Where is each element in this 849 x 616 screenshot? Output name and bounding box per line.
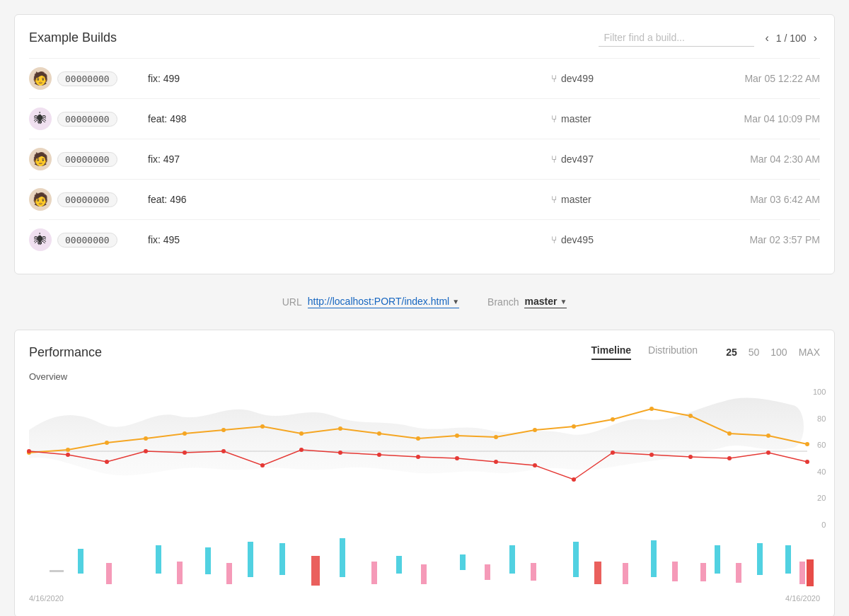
svg-point-9 [338, 426, 342, 431]
builds-card: Example Builds ‹ 1 / 100 › 🧑 00000000 fi… [14, 14, 835, 274]
chart-overview-label: Overview [29, 371, 820, 382]
svg-point-7 [260, 424, 265, 429]
avatar-emoji: 🧑 [29, 67, 52, 90]
svg-rect-65 [594, 562, 601, 584]
svg-point-3 [105, 441, 109, 445]
svg-point-28 [260, 463, 265, 467]
build-branch: master [561, 194, 591, 205]
svg-point-38 [649, 453, 654, 457]
tab-timeline[interactable]: Timeline [591, 344, 632, 360]
svg-point-32 [416, 455, 420, 459]
svg-rect-57 [106, 563, 112, 584]
build-name: fix: 497 [142, 153, 551, 165]
perf-tabs: Timeline Distribution [591, 344, 698, 360]
chart-section: Overview [29, 371, 820, 603]
svg-rect-49 [396, 556, 402, 574]
svg-rect-45 [205, 547, 211, 574]
svg-point-12 [455, 434, 459, 438]
svg-point-20 [766, 434, 770, 438]
svg-rect-51 [509, 545, 515, 574]
date-end-label: 4/16/2020 [785, 594, 820, 603]
branch-dropdown[interactable]: master ▼ [524, 296, 567, 308]
next-page-button[interactable]: › [811, 30, 820, 46]
y-label-60: 60 [813, 441, 826, 449]
branch-icon: ⑂ [551, 113, 557, 124]
svg-rect-63 [485, 564, 490, 580]
url-dropdown[interactable]: http://localhost:PORT/index.html ▼ [308, 296, 459, 308]
build-avatar: 🧑 [29, 148, 52, 170]
svg-point-2 [66, 448, 70, 452]
svg-rect-60 [311, 556, 320, 586]
svg-point-24 [105, 460, 109, 464]
build-id-badge: 00000000 [57, 152, 117, 167]
svg-rect-55 [757, 543, 763, 575]
y-label-80: 80 [813, 414, 826, 423]
build-avatar: 🕷 [29, 228, 52, 251]
pagination: ‹ 1 / 100 › [763, 30, 820, 46]
perf-header: Performance Timeline Distribution 25 50 … [29, 344, 820, 360]
build-id-cell: 🧑 00000000 [29, 67, 142, 90]
build-avatar: 🧑 [29, 188, 52, 211]
build-branch: master [561, 113, 591, 124]
y-label-20: 20 [813, 494, 826, 502]
svg-rect-70 [799, 562, 805, 584]
build-branch: dev495 [561, 234, 594, 245]
build-id-badge: 00000000 [57, 233, 117, 248]
build-avatar: 🕷 [29, 107, 52, 130]
svg-point-40 [727, 456, 732, 460]
build-id-badge: 00000000 [57, 71, 117, 86]
main-chart-wrapper: 100 80 60 40 20 0 [29, 388, 820, 529]
build-name: feat: 498 [142, 113, 551, 124]
svg-point-36 [572, 477, 576, 482]
svg-rect-56 [785, 545, 791, 574]
svg-rect-43 [78, 549, 83, 574]
range-100-button[interactable]: 100 [770, 347, 787, 358]
range-50-button[interactable]: 50 [749, 347, 760, 358]
build-branch: dev497 [561, 153, 594, 165]
y-axis-labels: 100 80 60 40 20 0 [807, 388, 831, 529]
svg-point-5 [183, 431, 187, 436]
builds-header-right: ‹ 1 / 100 › [599, 29, 820, 47]
build-id-badge: 00000000 [57, 112, 117, 127]
branch-icon: ⑂ [551, 73, 557, 84]
url-control-group: URL http://localhost:PORT/index.html ▼ [282, 296, 459, 308]
build-date: Mar 04 2:30 AM [693, 153, 820, 165]
svg-point-11 [416, 436, 420, 441]
build-name: fix: 495 [142, 234, 551, 245]
svg-point-18 [688, 414, 693, 418]
performance-title: Performance [29, 345, 102, 360]
build-row[interactable]: 🕷 00000000 fix: 495 ⑂ dev495 Mar 02 3:57… [29, 219, 820, 260]
filter-input[interactable] [599, 29, 754, 47]
build-name: fix: 499 [142, 73, 551, 84]
svg-rect-52 [573, 542, 579, 577]
svg-point-13 [494, 435, 498, 439]
svg-point-22 [27, 449, 31, 453]
range-25-button[interactable]: 25 [726, 347, 737, 358]
branch-control-group: Branch master ▼ [487, 296, 567, 308]
build-row[interactable]: 🧑 00000000 feat: 496 ⑂ master Mar 03 6:4… [29, 179, 820, 219]
svg-rect-68 [700, 563, 706, 581]
svg-point-16 [611, 417, 615, 422]
build-name: feat: 496 [142, 194, 551, 205]
build-date: Mar 05 12:22 AM [693, 73, 820, 84]
branch-dropdown-arrow: ▼ [560, 298, 567, 306]
svg-rect-67 [672, 562, 678, 581]
svg-point-31 [377, 453, 381, 457]
avatar-emoji: 🧑 [29, 148, 52, 170]
tab-distribution[interactable]: Distribution [648, 344, 698, 360]
prev-page-button[interactable]: ‹ [763, 30, 772, 46]
svg-rect-66 [623, 563, 628, 584]
svg-rect-44 [156, 545, 161, 574]
svg-point-34 [494, 460, 498, 464]
branch-label: Branch [487, 296, 519, 308]
line-chart-svg [29, 388, 807, 529]
range-max-button[interactable]: MAX [799, 347, 820, 358]
branch-value: master [524, 296, 557, 307]
build-row[interactable]: 🕷 00000000 feat: 498 ⑂ master Mar 04 10:… [29, 98, 820, 139]
build-row[interactable]: 🧑 00000000 fix: 497 ⑂ dev497 Mar 04 2:30… [29, 139, 820, 179]
build-row[interactable]: 🧑 00000000 fix: 499 ⑂ dev499 Mar 05 12:2… [29, 58, 820, 98]
svg-point-26 [183, 451, 187, 455]
bar-chart-svg [29, 535, 820, 591]
performance-card: Performance Timeline Distribution 25 50 … [14, 330, 835, 616]
svg-point-17 [649, 407, 654, 411]
